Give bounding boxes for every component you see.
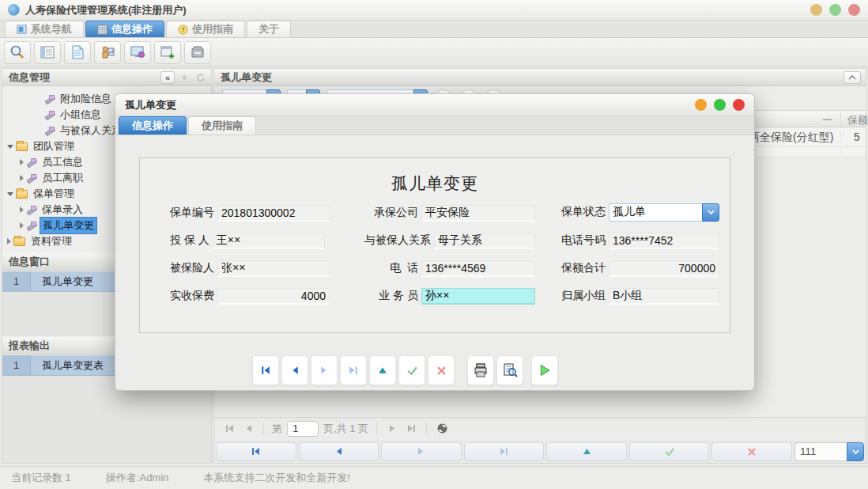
tab-label: 关于 <box>259 22 279 36</box>
dialog-tabstrip: 信息操作 使用指南 <box>115 116 754 135</box>
nav-edit-button[interactable] <box>546 442 627 461</box>
refresh-tree-button[interactable] <box>194 71 208 84</box>
expander-right-icon[interactable] <box>20 207 24 213</box>
first-record-icon <box>251 446 261 457</box>
row-number: 1 <box>2 355 31 375</box>
document-icon <box>70 44 85 60</box>
group-input[interactable]: B小组 <box>609 288 719 305</box>
page-prefix-label: 第 <box>272 422 282 436</box>
display-button[interactable] <box>124 41 151 64</box>
phone-input[interactable]: 136****4569 <box>421 260 535 277</box>
window-titlebar: 人寿保险代理管理系统(非注册用户) <box>0 0 868 21</box>
dialog-last-button[interactable] <box>340 355 367 385</box>
expander-right-icon[interactable] <box>20 159 24 165</box>
main-panel-header: 孤儿单变更 <box>214 69 866 86</box>
next-record-icon <box>416 446 426 457</box>
maximize-button[interactable] <box>829 4 841 16</box>
divider <box>376 423 377 435</box>
document-button[interactable] <box>64 41 91 64</box>
prev-page-button[interactable] <box>241 422 255 436</box>
status-value: 孤儿单 <box>609 203 702 222</box>
policy-status-combo[interactable]: 孤儿单 <box>609 203 719 222</box>
output-tray-button[interactable] <box>184 41 211 64</box>
record-count-combo[interactable] <box>794 442 864 461</box>
grid-icon <box>97 25 108 35</box>
collapse-main-button[interactable] <box>843 71 861 84</box>
dialog-close-button[interactable] <box>733 99 745 111</box>
dialog-prev-button[interactable] <box>281 355 308 385</box>
magnifier-icon <box>9 44 25 60</box>
dialog-button-bar <box>115 355 754 385</box>
minimize-button[interactable] <box>810 4 822 16</box>
operator-status: 操作者:Admin <box>95 471 179 485</box>
next-page-button[interactable] <box>385 422 399 436</box>
last-page-button[interactable] <box>404 422 418 436</box>
dialog-tab-user-guide[interactable]: 使用指南 <box>188 116 256 135</box>
expander-right-icon[interactable] <box>7 238 11 244</box>
dialog-next-button[interactable] <box>311 355 338 385</box>
orphan-policy-dialog: 孤儿单变更 信息操作 使用指南 孤儿单变更 保单编号 201801300002 … <box>115 93 755 391</box>
chevron-down-icon[interactable] <box>847 442 864 461</box>
nav-next-button[interactable] <box>381 442 462 461</box>
personnel-button[interactable] <box>94 41 121 64</box>
insured-input[interactable]: 张×× <box>217 260 330 277</box>
chevron-down-icon[interactable] <box>702 203 719 222</box>
refresh-icon <box>436 423 448 434</box>
dialog-confirm-button[interactable] <box>398 355 425 385</box>
nav-confirm-button[interactable] <box>629 442 710 461</box>
tab-about[interactable]: 关于 <box>247 21 291 37</box>
phone-number-input[interactable]: 136****7452 <box>609 233 719 249</box>
add-record-button[interactable] <box>154 41 181 64</box>
close-button[interactable] <box>848 4 860 16</box>
divider <box>426 423 427 435</box>
expander-down-icon[interactable] <box>7 145 13 149</box>
applicant-input[interactable]: 王×× <box>213 233 325 249</box>
last-record-icon <box>348 365 359 376</box>
monitor-icon <box>17 25 27 35</box>
divider <box>263 423 264 435</box>
dialog-minimize-button[interactable] <box>695 99 707 111</box>
nav-first-button[interactable] <box>216 442 296 461</box>
folder-icon <box>13 237 25 246</box>
tab-system-nav[interactable]: 系统导航 <box>5 21 84 37</box>
tab-info-operations[interactable]: 信息操作 <box>85 21 164 37</box>
dialog-tab-info-operations[interactable]: 信息操作 <box>119 116 187 135</box>
print-preview-icon <box>502 362 518 378</box>
record-count-input[interactable] <box>794 442 847 461</box>
agent-input[interactable]: 孙×× <box>421 288 535 305</box>
relation-input[interactable]: 母子关系 <box>434 233 535 249</box>
record-count-status: 当前记录数 1 <box>0 471 82 485</box>
dialog-print-button[interactable] <box>467 355 494 385</box>
grid-cell-product: 两全保险(分红型) <box>749 131 833 145</box>
dialog-maximize-button[interactable] <box>714 99 726 111</box>
expander-right-icon[interactable] <box>20 175 24 181</box>
dialog-first-button[interactable] <box>252 355 279 385</box>
dialog-preview-button[interactable] <box>496 355 523 385</box>
nav-prev-button[interactable] <box>299 442 379 461</box>
tab-user-guide[interactable]: ? 使用指南 <box>166 21 245 37</box>
dialog-cancel-button[interactable] <box>428 355 455 385</box>
field-policy-no: 保单编号 201801300002 <box>170 204 330 222</box>
total-amount-input[interactable]: 700000 <box>609 260 719 277</box>
dialog-run-button[interactable] <box>531 355 558 385</box>
add-node-button[interactable]: + <box>177 71 191 84</box>
dialog-edit-button[interactable] <box>369 355 396 385</box>
field-label: 被保险人 <box>170 261 214 275</box>
page-number-input[interactable] <box>287 421 319 437</box>
nav-cancel-button[interactable] <box>711 442 792 461</box>
dialog-titlebar[interactable]: 孤儿单变更 <box>115 94 754 116</box>
data-list-button[interactable] <box>34 41 61 64</box>
refresh-page-button[interactable] <box>435 422 449 436</box>
preview-search-button[interactable] <box>4 41 31 64</box>
expander-right-icon[interactable] <box>20 222 24 229</box>
nav-last-button[interactable] <box>464 442 545 461</box>
collapse-panel-button[interactable]: « <box>160 71 175 84</box>
expander-down-icon[interactable] <box>7 192 13 196</box>
field-label: 实收保费 <box>170 289 214 303</box>
grid-header-col2[interactable]: 保额 <box>840 113 868 126</box>
policy-no-input[interactable]: 201801300002 <box>217 205 330 222</box>
company-input[interactable]: 平安保险 <box>421 205 535 222</box>
first-page-button[interactable] <box>222 422 236 436</box>
premium-input[interactable]: 4000 <box>217 288 330 305</box>
field-applicant: 投 保 人 王×× <box>170 232 325 249</box>
